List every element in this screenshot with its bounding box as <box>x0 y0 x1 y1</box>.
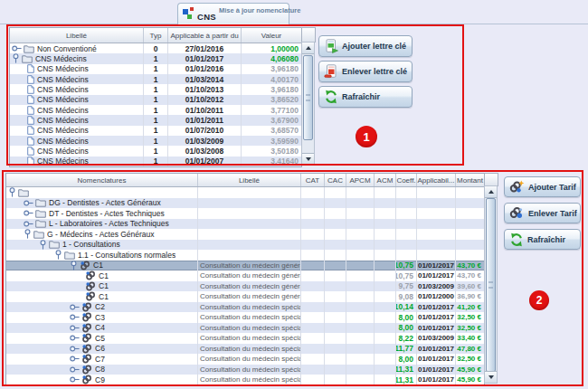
refresh-tarifs-button[interactable]: Rafraîchir <box>504 229 581 250</box>
scrollbar-thumb-2[interactable] <box>486 198 496 372</box>
table-row[interactable]: C1 Consultation du médecin généraliste 9… <box>6 281 484 292</box>
table-row[interactable]: C1 Consultation du médecin généraliste 1… <box>6 261 484 271</box>
scroll-down-button-2[interactable] <box>485 371 497 383</box>
tree-handle-icon[interactable] <box>70 355 80 363</box>
apcm-cell <box>346 333 375 344</box>
refresh-key-letters-button[interactable]: Rafraîchir <box>318 86 413 108</box>
tree-handle-icon[interactable] <box>24 220 33 228</box>
table-row[interactable]: C9 Consultation du médecin spécialiste 1… <box>6 375 484 385</box>
table-row[interactable]: C1 Consultation du médecin généraliste 9… <box>6 291 484 302</box>
col-header-nomenclatures[interactable]: Nomenclatures <box>6 174 198 186</box>
col-header-libelle2[interactable]: Libellé <box>198 174 301 186</box>
table-row[interactable]: DG - Dentistes - Actes Généraux <box>6 198 484 209</box>
table-row[interactable]: C2 Consultation du médecin spécialiste 1… <box>6 302 484 313</box>
col-header-coeff[interactable]: Coeff. <box>396 174 417 186</box>
date-cell: 01/07/2010 <box>168 126 242 136</box>
tree-handle-icon[interactable] <box>70 313 80 321</box>
table-row[interactable]: 1 - Consultations <box>6 240 484 251</box>
tree-handle-icon[interactable] <box>70 375 80 384</box>
cac-cell <box>325 323 346 334</box>
tree-handle-icon[interactable] <box>12 44 22 52</box>
scroll-up-button-2[interactable] <box>485 186 497 198</box>
table-row[interactable]: 1.1 - Consultations normales <box>6 250 484 261</box>
tree-handle-icon[interactable] <box>70 303 80 311</box>
tree-handle-icon[interactable] <box>39 240 47 250</box>
tarif-icon <box>81 312 92 322</box>
tree-handle-icon[interactable] <box>70 365 80 374</box>
remove-key-letter-button[interactable]: Enlever lettre clé <box>318 61 413 82</box>
tree-handle-icon[interactable] <box>70 261 78 270</box>
col-header-typ[interactable]: Typ <box>144 28 168 43</box>
table-row[interactable]: CNS Médecins 1 01/10/2013 3,96180 <box>10 84 301 94</box>
table-row[interactable]: G - Médecins - Actes Généraux <box>6 229 484 240</box>
remove-tarif-button[interactable]: Enlever Tarif <box>504 203 581 223</box>
table-row[interactable]: C8 Consultation du médecin spécialiste 1… <box>6 365 484 375</box>
key-letter-scrollbar[interactable] <box>301 42 315 166</box>
col-header-apcm[interactable]: APCM <box>346 174 375 186</box>
nomenclatures-table-header: Nomenclatures Libellé CAT CAC APCM ACM C… <box>6 174 484 187</box>
table-row[interactable]: C1 Consultation du médecin généraliste 1… <box>6 270 484 281</box>
tree-handle-icon[interactable] <box>8 187 16 197</box>
table-row[interactable]: CNS Médecins 1 01/07/2010 3,68570 <box>10 126 301 136</box>
tree-handle-icon[interactable] <box>24 209 33 217</box>
table-row[interactable]: DT - Dentistes - Actes Techniques <box>6 208 484 219</box>
tree-handle-icon[interactable] <box>70 324 80 332</box>
table-row[interactable]: C3 Consultation du médecin spécialiste 8… <box>6 312 484 323</box>
tab-mise-a-jour-nomenclature[interactable]: CNS Mise à jour nomenclature <box>177 3 289 24</box>
col-header-acm[interactable]: ACM <box>375 174 396 186</box>
col-header-cac[interactable]: CAC <box>325 174 346 186</box>
scrollbar-thumb[interactable] <box>303 55 313 140</box>
libelle-cell <box>198 187 301 198</box>
tree-handle-icon[interactable] <box>24 229 32 239</box>
table-row[interactable]: CNS Médecins 1 01/01/2016 3,96180 <box>10 64 301 74</box>
coeff-cell <box>396 187 417 198</box>
table-row[interactable]: C7 Consultation du médecin spécialiste 8… <box>6 354 484 365</box>
add-letter-icon <box>324 39 338 53</box>
tree-handle-icon[interactable] <box>24 199 33 207</box>
table-row[interactable]: C6 Consultation du médecin spécialiste 1… <box>6 344 484 355</box>
apcm-cell <box>346 323 375 334</box>
libelle-cell: Consultation du médecin généraliste <box>198 270 301 281</box>
table-row[interactable]: CNS Médecins 1 01/01/2007 3,41640 <box>10 157 301 166</box>
scroll-down-button[interactable] <box>302 153 314 165</box>
tarif-icon <box>81 365 92 375</box>
tree-handle-icon[interactable] <box>54 250 62 260</box>
table-row[interactable]: CNS Médecins 1 01/03/2014 4,00170 <box>10 74 301 84</box>
nomenclatures-scrollbar[interactable] <box>484 185 498 384</box>
applicable-cell <box>417 219 456 230</box>
col-header-applicable[interactable]: Applicable à partir du <box>168 28 242 43</box>
table-row[interactable]: C4 Consultation du médecin spécialiste 8… <box>6 323 484 334</box>
table-row[interactable]: Non Conventioné 0 27/01/2016 1,00000 <box>10 43 301 53</box>
scroll-up-button[interactable] <box>302 43 314 54</box>
table-row[interactable]: CNS Médecins 1 01/10/2012 3,86520 <box>10 95 301 105</box>
col-header-libelle[interactable]: Libellé <box>10 28 144 43</box>
table-row[interactable]: C5 Consultation du médecin spécialiste 8… <box>6 333 484 344</box>
table-row[interactable] <box>6 187 484 198</box>
nomenclature-cell: C2 <box>6 302 198 313</box>
valeur-cell: 3,50180 <box>242 146 301 156</box>
table-row[interactable]: CNS Médecins 1 01/03/2008 3,50180 <box>10 146 301 156</box>
add-tarif-button[interactable]: Ajouter Tarif <box>504 176 581 197</box>
col-header-cat[interactable]: CAT <box>301 174 325 186</box>
cac-cell <box>325 354 346 365</box>
tree-handle-icon[interactable] <box>70 345 80 353</box>
valeur-cell: 3,67900 <box>242 115 301 125</box>
row-label: C5 <box>95 334 105 343</box>
col-header-valeur[interactable]: Valeur <box>242 28 301 43</box>
tree-handle-icon[interactable] <box>12 53 20 63</box>
nomenclature-cell: C9 <box>6 375 198 385</box>
apcm-cell <box>346 261 375 271</box>
table-row[interactable]: CNS Médecins 1 01/01/2011 3,67900 <box>10 115 301 125</box>
table-row[interactable]: L - Laboratoires - Actes Techniques <box>6 219 484 230</box>
table-row[interactable]: CNS Médecins 1 01/01/2017 4,06080 <box>10 53 301 63</box>
nomenclature-cell: C6 <box>6 344 198 355</box>
tree-handle-icon[interactable] <box>70 334 80 342</box>
col-header-applicabil[interactable]: Applicabil... <box>417 174 456 186</box>
add-key-letter-button[interactable]: Ajouter lettre clé <box>318 35 413 57</box>
col-header-montant[interactable]: Montant <box>456 174 484 186</box>
montant-cell <box>456 229 484 240</box>
table-row[interactable]: CNS Médecins 1 01/10/2011 3,77100 <box>10 105 301 115</box>
node-icon <box>85 281 96 291</box>
table-row[interactable]: CNS Médecins 1 01/03/2009 3,59590 <box>10 136 301 146</box>
typ-cell: 1 <box>144 146 168 156</box>
